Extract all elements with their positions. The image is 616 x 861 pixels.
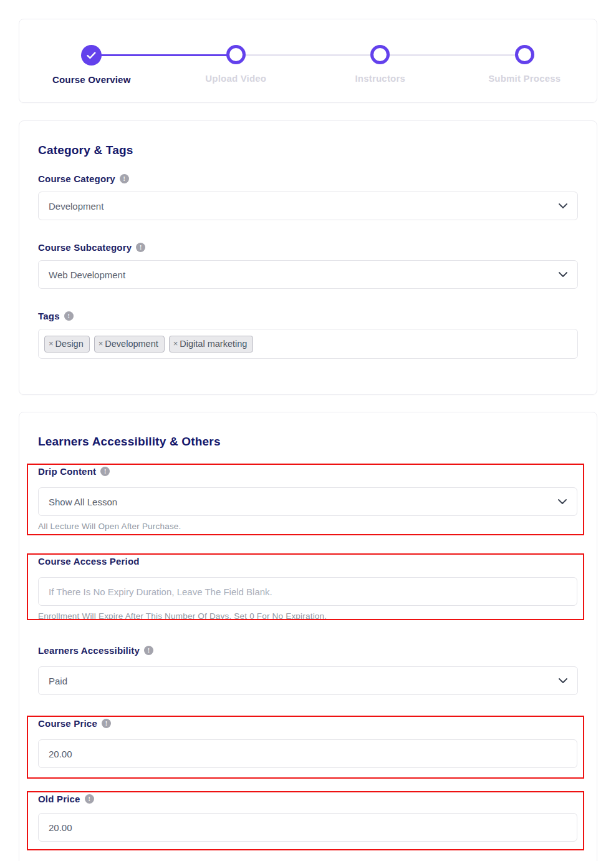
course-price-label: Course Price ! [38,718,577,729]
step-label: Instructors [355,73,405,84]
course-category-select[interactable]: Development [38,192,578,220]
drip-content-highlight-box: Drip Content ! Show All Lesson All Lectu… [27,464,584,535]
stepper-card: Course Overview Upload Video Instructors… [19,19,597,103]
learners-accessibility-value: Paid [49,676,67,686]
info-icon[interactable]: ! [100,467,110,476]
course-category-label: Course Category ! [38,173,578,184]
learners-accessibility-group: Learners Accessibility ! Paid [19,645,597,695]
course-category-group: Course Category ! Development [38,173,578,220]
learners-accessibility-label: Learners Accessibility ! [38,645,578,656]
chevron-down-icon [559,272,567,277]
info-icon[interactable]: ! [120,174,129,183]
remove-tag-icon[interactable]: × [173,339,178,348]
old-price-highlight-box: Old Price ! [27,791,584,850]
check-icon [87,52,96,59]
step-label: Upload Video [205,73,266,84]
chevron-down-icon [559,678,567,683]
tag-chip: ×Development [94,336,165,353]
remove-tag-icon[interactable]: × [99,339,103,348]
info-icon[interactable]: ! [85,794,94,804]
course-subcategory-select[interactable]: Web Development [38,260,578,289]
drip-content-label: Drip Content ! [38,466,577,477]
info-icon[interactable]: ! [64,311,74,321]
course-subcategory-value: Web Development [49,270,125,280]
course-access-period-helper: Enrollment Will Expire After This Number… [38,611,577,620]
tag-chip: ×Design [44,336,90,353]
step-instructors[interactable]: Instructors [308,19,453,85]
course-stepper: Course Overview Upload Video Instructors… [19,19,597,102]
chevron-down-icon [559,203,567,208]
learners-accessibility-select[interactable]: Paid [38,666,578,695]
chevron-down-icon [558,499,567,504]
step-circle-active [81,45,102,66]
tags-label: Tags ! [38,311,578,321]
step-circle [515,45,534,64]
info-icon[interactable]: ! [136,243,145,252]
step-upload-video[interactable]: Upload Video [164,19,309,85]
course-price-highlight-box: Course Price ! [27,716,584,779]
category-tags-card: Category & Tags Course Category ! Develo… [19,120,597,395]
drip-content-select[interactable]: Show All Lesson [38,487,577,516]
info-icon[interactable]: ! [102,719,111,728]
section-title-learners-accessibility: Learners Accessibility & Others [19,435,597,449]
tags-input[interactable]: ×Design ×Development ×Digital marketing [38,329,578,359]
drip-content-helper: All Lecture Will Open After Purchase. [38,522,577,531]
old-price-label: Old Price ! [38,794,577,804]
course-subcategory-label: Course Subcategory ! [38,242,578,253]
course-access-period-label: Course Access Period [38,556,577,567]
section-title-category-tags: Category & Tags [38,144,578,157]
learners-accessibility-card: Learners Accessibility & Others Drip Con… [19,412,597,861]
step-course-overview[interactable]: Course Overview [19,19,164,85]
course-category-value: Development [49,201,103,212]
step-circle [226,45,246,64]
tags-group: Tags ! ×Design ×Development ×Digital mar… [38,311,578,359]
tag-chip: ×Digital marketing [169,336,254,353]
step-label: Submit Process [488,73,561,84]
step-submit-process[interactable]: Submit Process [453,19,597,85]
drip-content-value: Show All Lesson [49,497,117,507]
step-circle [370,45,390,64]
remove-tag-icon[interactable]: × [49,339,54,348]
course-access-period-highlight-box: Course Access Period Enrollment Will Exp… [27,553,584,620]
info-icon[interactable]: ! [144,646,153,655]
old-price-input[interactable] [38,813,577,842]
step-label: Course Overview [52,74,131,85]
course-access-period-input[interactable] [38,577,577,606]
course-subcategory-group: Course Subcategory ! Web Development [38,242,578,289]
course-price-input[interactable] [38,739,577,768]
